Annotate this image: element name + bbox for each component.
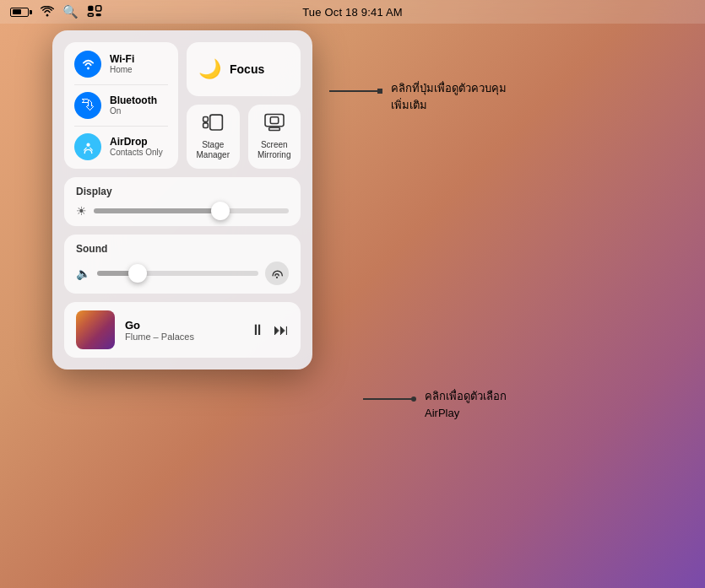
svg-rect-6 [210,115,223,130]
annotation-focus: คลิกที่ปุ่มเพื่อดูตัวควบคุม เพิ่มเติม [329,80,507,113]
wifi-tile[interactable]: Wi-Fi Home [74,51,168,85]
airdrop-label: AirDrop [110,136,163,148]
now-playing-section: Go Flume – Palaces ⏸ ⏭ [64,302,301,358]
album-art [76,310,115,349]
brightness-icon: ☀ [76,204,87,218]
wifi-sub: Home [110,65,134,75]
airdrop-tile[interactable]: AirDrop Contacts Only [74,133,168,160]
display-title: Display [76,186,289,197]
brightness-fill [94,208,220,213]
bluetooth-label: Bluetooth [110,94,157,106]
wifi-icon [74,51,101,78]
track-title: Go [125,319,240,332]
track-artist: Flume – Palaces [125,332,240,342]
menubar-left-icons: 🔍 [10,4,102,19]
next-button[interactable]: ⏭ [274,321,289,339]
svg-rect-3 [96,13,101,16]
airdrop-icon [74,133,101,160]
airdrop-sub: Contacts Only [110,148,163,158]
network-tiles: Wi-Fi Home ⮷ Bluetooth On [64,42,178,169]
bluetooth-sub: On [110,106,157,116]
menubar-time: Tue Oct 18 9:41 AM [302,6,403,19]
small-buttons: StageManager ScreenMirroring [187,105,301,169]
svg-rect-11 [270,117,278,124]
screen-mirroring-button[interactable]: ScreenMirroring [248,105,301,169]
control-center-panel: Wi-Fi Home ⮷ Bluetooth On [52,30,312,370]
search-menubar-icon[interactable]: 🔍 [62,4,79,19]
svg-rect-1 [96,5,101,10]
annotation-dot-airplay [411,396,416,402]
focus-label: Focus [230,62,264,76]
display-section: Display ☀ [64,177,301,226]
focus-button[interactable]: 🌙 Focus [187,42,301,96]
screen-mirroring-icon [263,113,285,137]
top-grid: Wi-Fi Home ⮷ Bluetooth On [64,42,301,169]
bluetooth-text: Bluetooth On [110,94,157,116]
svg-point-4 [87,67,89,70]
track-info: Go Flume – Palaces [125,319,240,342]
sound-title: Sound [76,243,289,255]
battery-icon [10,8,32,17]
sound-section: Sound 🔈 [64,235,301,294]
bluetooth-tile[interactable]: ⮷ Bluetooth On [74,92,168,127]
svg-point-12 [276,277,278,278]
right-column: 🌙 Focus StageManager [187,42,301,169]
pause-button[interactable]: ⏸ [250,321,265,339]
volume-thumb[interactable] [128,264,147,283]
annotation-line-focus [329,90,380,92]
svg-rect-9 [265,115,284,127]
focus-icon: 🌙 [198,58,221,80]
brightness-thumb[interactable] [211,202,230,220]
stage-manager-label: StageManager [197,140,230,160]
svg-rect-2 [88,13,93,16]
annotation-line-airplay [363,398,414,400]
brightness-row: ☀ [76,204,289,218]
annotation-text-focus: คลิกที่ปุ่มเพื่อดูตัวควบคุม เพิ่มเติม [391,80,507,113]
annotation-text-airplay: คลิกเพื่อดูตัวเลือก AirPlay [425,388,507,421]
annotation-dot-focus [377,89,382,94]
svg-rect-0 [88,5,93,10]
annotation-airplay: คลิกเพื่อดูตัวเลือก AirPlay [363,388,507,421]
svg-rect-10 [268,127,279,130]
playback-controls: ⏸ ⏭ [250,321,289,339]
wifi-text: Wi-Fi Home [110,53,134,75]
wifi-menubar-icon [41,5,54,19]
control-center-menubar-icon[interactable] [87,5,102,19]
svg-point-5 [86,143,89,146]
album-art-image [76,310,115,349]
stage-manager-icon [202,113,224,137]
bluetooth-icon: ⮷ [74,92,101,119]
volume-row: 🔈 [76,262,289,285]
stage-manager-button[interactable]: StageManager [187,105,240,169]
svg-rect-8 [203,123,209,128]
wifi-label: Wi-Fi [110,53,134,65]
volume-slider[interactable] [97,271,258,276]
screen-mirroring-label: ScreenMirroring [258,140,290,160]
airdrop-text: AirDrop Contacts Only [110,136,163,158]
svg-rect-7 [203,117,209,122]
menubar: 🔍 Tue Oct 18 9:41 AM [0,0,705,24]
brightness-slider[interactable] [94,208,289,213]
volume-icon: 🔈 [76,267,90,280]
airplay-button[interactable] [265,262,289,285]
